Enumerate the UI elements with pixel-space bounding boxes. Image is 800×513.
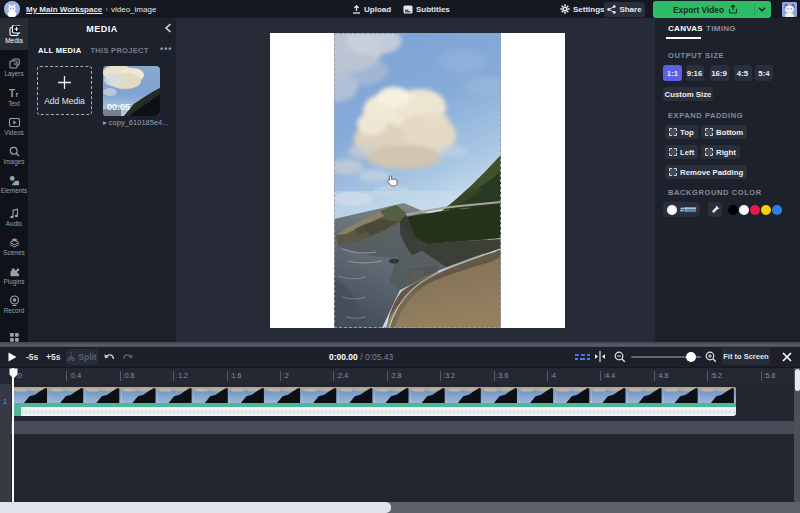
svg-text:r: r (15, 90, 18, 99)
svg-text:T: T (9, 88, 15, 99)
svg-text:00:05: 00:05 (107, 102, 130, 112)
